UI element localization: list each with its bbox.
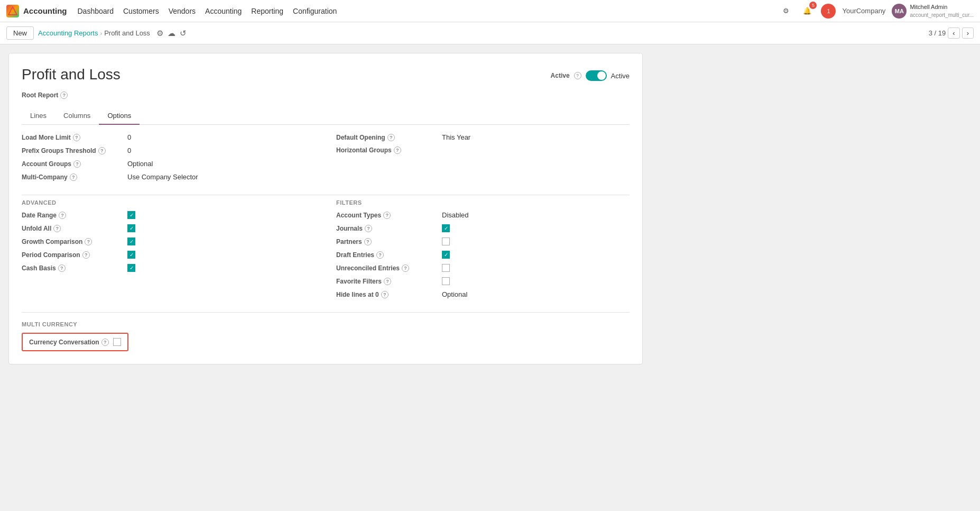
nav-dashboard[interactable]: Dashboard [78, 7, 114, 15]
currency-conversation-highlighted: Currency Conversation ? [22, 333, 128, 351]
breadcrumb-current: Profit and Loss [104, 29, 150, 37]
load-more-limit-label: Load More Limit [22, 134, 71, 141]
pagination-text: 3 / 19 [929, 29, 946, 37]
prefix-groups-label: Prefix Groups Threshold [22, 147, 96, 154]
journals-filter-field: Journals ? [336, 224, 630, 232]
company-name: YourCompany [842, 7, 885, 15]
breadcrumb: Accounting Reports › Profit and Loss [38, 29, 150, 37]
load-more-limit-value: 0 [127, 133, 131, 141]
growth-comparison-label: Growth Comparison [22, 238, 82, 245]
prefix-groups-value: 0 [127, 147, 131, 154]
advanced-section: ADVANCED Date Range ? Unfold All ? [22, 199, 315, 304]
user-avatar: MA [892, 4, 907, 19]
root-report-label: Root Report ? [22, 92, 127, 99]
tab-options[interactable]: Options [99, 107, 140, 125]
refresh-icon[interactable]: ↺ [180, 29, 187, 38]
default-opening-label: Default Opening [336, 134, 385, 141]
horizontal-groups-field: Horizontal Groups ? [336, 147, 630, 154]
cash-basis-checkbox[interactable] [127, 264, 135, 272]
account-groups-value: Optional [127, 160, 153, 168]
load-more-limit-field: Load More Limit ? 0 [22, 133, 315, 141]
new-button[interactable]: New [6, 26, 34, 40]
growth-comparison-checkbox[interactable] [127, 238, 135, 245]
nav-accounting[interactable]: Accounting [205, 7, 242, 15]
horizontal-groups-label: Horizontal Groups [336, 147, 392, 154]
unreconciled-entries-filter-checkbox[interactable] [442, 264, 450, 272]
bell-badge: 5 [809, 2, 817, 9]
favorite-filters-label: Favorite Filters [336, 278, 382, 285]
unreconciled-entries-filter-label: Unreconciled Entries [336, 264, 400, 272]
unreconciled-entries-filter-field: Unreconciled Entries ? [336, 264, 630, 272]
breadcrumb-parent[interactable]: Accounting Reports [38, 29, 98, 37]
options-content: Load More Limit ? 0 Prefix Groups Thresh… [22, 125, 630, 351]
svg-point-1 [11, 10, 14, 13]
draft-entries-filter-label: Draft Entries [336, 251, 374, 259]
favorite-filters-checkbox[interactable] [442, 277, 450, 285]
prefix-help: ? [98, 147, 106, 154]
form-title: Profit and Loss [22, 66, 121, 83]
default-opening-field: Default Opening ? This Year [336, 133, 630, 141]
partners-filter-label: Partners [336, 238, 362, 245]
top-fields: Load More Limit ? 0 Prefix Groups Thresh… [22, 133, 630, 186]
draft-entries-filter-field: Draft Entries ? [336, 251, 630, 259]
left-column: Load More Limit ? 0 Prefix Groups Thresh… [22, 133, 315, 186]
nav-right: ⚙ 🔔 5 1 YourCompany MA Mitchell Admin ac… [779, 3, 974, 19]
date-range-label: Date Range [22, 212, 57, 219]
pagination-prev[interactable]: ‹ [948, 28, 959, 39]
prefix-groups-field: Prefix Groups Threshold ? 0 [22, 147, 315, 154]
user-info: Mitchell Admin account_report_multi_cur.… [910, 3, 974, 19]
currency-conversation-label: Currency Conversation [29, 339, 99, 346]
nav-configuration[interactable]: Configuration [293, 7, 337, 15]
account-types-filter-field: Account Types ? Disabled [336, 211, 630, 219]
hide-lines-at-0-field: Hide lines at 0 ? Optional [336, 290, 630, 298]
right-column: Default Opening ? This Year Horizontal G… [336, 133, 630, 186]
default-opening-help: ? [387, 134, 395, 141]
breadcrumb-separator: › [100, 30, 102, 36]
period-comparison-label: Period Comparison [22, 251, 80, 259]
pagination-next[interactable]: › [962, 28, 974, 39]
bell-icon-btn[interactable]: 🔔 5 [800, 4, 815, 19]
advanced-filters-section: ADVANCED Date Range ? Unfold All ? [22, 199, 630, 304]
pagination: 3 / 19 ‹ › [929, 28, 974, 39]
currency-conversation-checkbox[interactable] [113, 338, 121, 346]
filters-title: FILTERS [336, 199, 630, 206]
hide-lines-at-0-label: Hide lines at 0 [336, 291, 379, 298]
default-opening-value: This Year [442, 133, 470, 141]
favorite-filters-field: Favorite Filters ? [336, 277, 630, 285]
partners-filter-checkbox[interactable] [442, 238, 450, 245]
journals-filter-label: Journals [336, 225, 363, 232]
top-navigation: Accounting Dashboard Customers Vendors A… [0, 0, 980, 22]
circle-icon-btn[interactable]: 1 [821, 4, 836, 19]
tab-lines[interactable]: Lines [22, 107, 55, 125]
account-types-filter-label: Account Types [336, 212, 381, 219]
multi-company-field: Multi-Company ? Use Company Selector [22, 173, 315, 181]
account-groups-help: ? [73, 160, 81, 168]
horizontal-groups-help: ? [394, 147, 401, 154]
settings-icon-btn[interactable]: ⚙ [779, 4, 793, 19]
period-comparison-field: Period Comparison ? [22, 251, 315, 259]
multi-company-label: Multi-Company [22, 174, 68, 181]
nav-customers[interactable]: Customers [123, 7, 159, 15]
tabs: Lines Columns Options [22, 107, 630, 125]
user-username: account_report_multi_cur... [910, 12, 974, 18]
draft-entries-filter-checkbox[interactable] [442, 251, 450, 259]
date-range-field: Date Range ? [22, 211, 315, 219]
hide-lines-at-0-value: Optional [442, 290, 467, 298]
breadcrumb-bar: New Accounting Reports › Profit and Loss… [0, 22, 980, 44]
active-toggle[interactable] [586, 70, 607, 81]
breadcrumb-actions: ⚙ ☁ ↺ [156, 29, 187, 38]
root-report-field: Root Report ? [22, 92, 630, 99]
period-comparison-checkbox[interactable] [127, 251, 135, 259]
load-more-help: ? [73, 134, 80, 141]
cloud-icon[interactable]: ☁ [168, 29, 175, 38]
app-icon [6, 5, 19, 17]
active-label: Active [551, 72, 570, 79]
settings-gear-icon[interactable]: ⚙ [156, 29, 163, 38]
tab-columns[interactable]: Columns [55, 107, 99, 125]
nav-reporting[interactable]: Reporting [251, 7, 283, 15]
unfold-all-checkbox[interactable] [127, 224, 135, 232]
nav-vendors[interactable]: Vendors [169, 7, 196, 15]
partners-filter-field: Partners ? [336, 238, 630, 245]
journals-filter-checkbox[interactable] [442, 224, 450, 232]
date-range-checkbox[interactable] [127, 211, 135, 219]
